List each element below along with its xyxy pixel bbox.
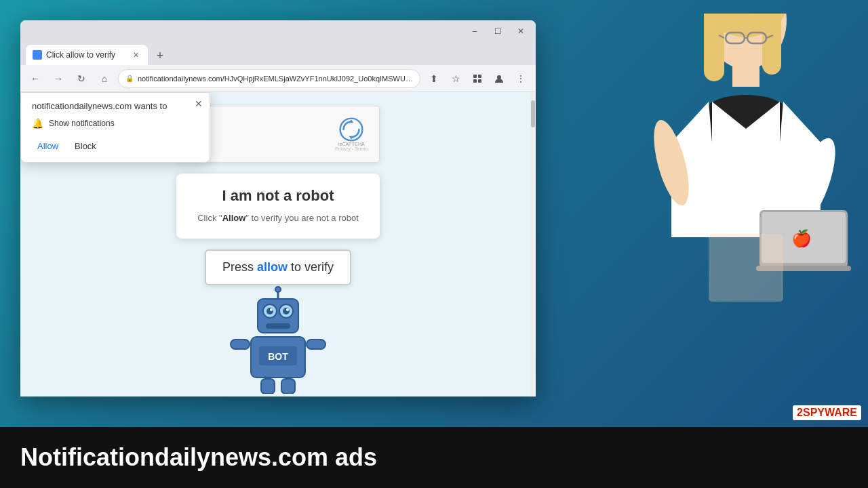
svg-text:BOT: BOT <box>268 351 288 362</box>
window-controls: – ☐ ✕ <box>467 23 529 39</box>
url-text: notificationdailynews.com/HJvQHpjRxEMLSj… <box>138 75 413 83</box>
window-maximize-btn[interactable]: ☐ <box>490 23 506 39</box>
svg-rect-24 <box>261 379 275 394</box>
svg-rect-3 <box>473 79 477 83</box>
svg-rect-29 <box>762 14 781 75</box>
allow-highlight-word: allow <box>257 260 288 274</box>
svg-rect-4 <box>478 79 481 83</box>
bot-area: BOT <box>224 285 332 396</box>
tab-close-btn[interactable]: ✕ <box>130 49 141 60</box>
nav-forward-btn[interactable]: → <box>49 69 68 88</box>
person-svg: 🍎 <box>536 14 868 386</box>
browser-tab-active[interactable]: Click allow to verify ✕ <box>26 45 148 65</box>
svg-rect-28 <box>704 14 724 81</box>
svg-point-16 <box>270 308 273 311</box>
window-title-bar: – ☐ ✕ <box>20 20 536 42</box>
tab-bar: Click allow to verify ✕ + <box>20 42 536 65</box>
nav-bar: ← → ↻ ⌂ 🔒 notificationdailynews.com/HJvQ… <box>20 65 536 92</box>
not-robot-subtitle: Click "Allow" to verify you are not a ro… <box>190 211 366 225</box>
block-btn[interactable]: Block <box>69 138 102 154</box>
bell-icon: 🔔 <box>32 118 43 129</box>
press-suffix: to verify <box>288 260 334 274</box>
not-robot-title: I am not a robot <box>190 187 366 205</box>
robot-card: I am not a robot Click "Allow" to verify… <box>176 174 380 239</box>
permission-buttons: Allow Block <box>32 138 199 154</box>
address-bar[interactable]: 🔒 notificationdailynews.com/HJvQHpjRxEML… <box>118 69 420 88</box>
svg-rect-18 <box>266 323 290 329</box>
scrollbar-thumb <box>531 100 535 127</box>
profile-btn[interactable] <box>490 69 509 88</box>
svg-rect-22 <box>231 340 250 349</box>
new-tab-btn[interactable]: + <box>151 46 170 65</box>
svg-rect-30 <box>732 66 760 87</box>
recaptcha-label: reCAPTCHA <box>338 142 365 146</box>
permission-close-btn[interactable]: ✕ <box>195 98 203 109</box>
press-allow-box: Press allow to verify <box>205 249 351 285</box>
spyware-logo: 2SPYWARE <box>793 405 861 420</box>
bookmark-btn[interactable]: ☆ <box>446 69 465 88</box>
svg-rect-23 <box>307 340 326 349</box>
recaptcha-links: Privacy - Terms <box>335 146 368 151</box>
svg-rect-2 <box>478 75 481 78</box>
permission-popup: ✕ notificationdailynews.com wants to 🔔 S… <box>20 92 210 163</box>
svg-rect-25 <box>281 379 295 394</box>
recaptcha-logo: reCAPTCHA Privacy - Terms <box>334 117 368 151</box>
nav-home-btn[interactable]: ⌂ <box>95 69 114 88</box>
svg-rect-0 <box>34 52 41 58</box>
subtitle-suffix: " to verify you are not a robot <box>245 213 358 223</box>
bottom-bar-title: Notificationdailynews.com ads <box>20 443 377 472</box>
browser-window: – ☐ ✕ Click allow to verify ✕ + ← → ↻ ⌂ … <box>20 20 536 396</box>
tab-title: Click allow to verify <box>46 50 126 60</box>
recaptcha-icon <box>336 117 366 142</box>
bottom-bar: Notificationdailynews.com ads <box>0 427 868 488</box>
svg-text:🍎: 🍎 <box>791 228 812 248</box>
svg-point-15 <box>283 308 290 314</box>
nav-back-btn[interactable]: ← <box>26 69 45 88</box>
share-btn[interactable]: ⬆ <box>425 69 443 88</box>
svg-point-14 <box>267 308 273 314</box>
allow-btn[interactable]: Allow <box>32 138 64 154</box>
permission-row-text: Show notifications <box>49 119 115 128</box>
window-minimize-btn[interactable]: – <box>467 23 483 39</box>
subtitle-prefix: Click " <box>197 213 222 223</box>
browser-content: ✕ notificationdailynews.com wants to 🔔 S… <box>20 92 536 396</box>
press-prefix: Press <box>222 260 257 274</box>
extensions-btn[interactable] <box>468 69 487 88</box>
permission-title: notificationdailynews.com wants to <box>32 101 199 111</box>
content-scrollbar[interactable] <box>530 92 536 396</box>
robot-illustration: BOT <box>224 285 332 394</box>
lock-icon: 🔒 <box>125 75 134 82</box>
svg-point-11 <box>275 287 281 292</box>
tab-favicon <box>33 50 42 60</box>
person-image: 🍎 <box>536 14 868 447</box>
permission-row: 🔔 Show notifications <box>32 118 199 129</box>
subtitle-allow-word: Allow <box>222 213 246 223</box>
nav-icons-right: ⬆ ☆ ⋮ <box>425 69 530 88</box>
menu-btn[interactable]: ⋮ <box>511 69 530 88</box>
nav-refresh-btn[interactable]: ↻ <box>72 69 91 88</box>
svg-point-17 <box>286 308 289 311</box>
svg-rect-43 <box>709 234 783 302</box>
window-close-btn[interactable]: ✕ <box>513 23 529 39</box>
svg-rect-1 <box>473 75 477 78</box>
